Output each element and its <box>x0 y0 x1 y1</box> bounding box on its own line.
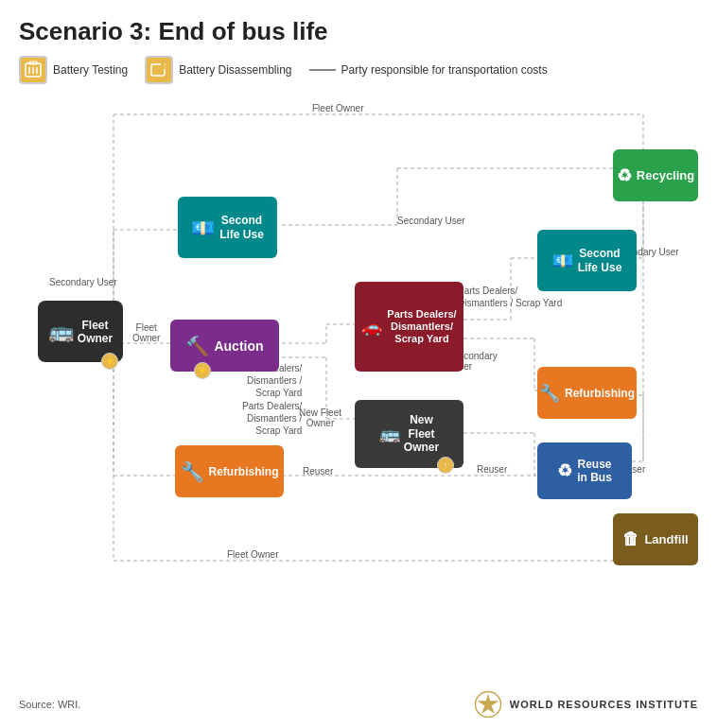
diagram: Fleet Owner Secondary User Secondary Use… <box>19 97 698 636</box>
node-second-life-left: 💶 Second Life Use <box>178 197 277 258</box>
node-parts-dealers-label: Parts Dealers/Dismantlers/Scrap Yard <box>387 308 456 346</box>
legend: Battery Testing ↑ Battery Disassembling … <box>19 56 698 84</box>
node-recycling-label: Recycling <box>637 168 694 182</box>
node-second-life-right: 💶 Second Life Use <box>537 230 637 291</box>
new-fleet-battery-badge: ↑ <box>437 457 454 474</box>
node-fleet-owner-label: Fleet Owner <box>78 319 113 345</box>
label-reuser-left: Reuser <box>303 466 333 477</box>
battery-test-badge: ⚡ <box>101 353 118 370</box>
node-new-fleet-owner-label: New Fleet Owner <box>404 413 439 454</box>
footer: Source: WRI. WORLD RESOURCES INSTITUTE <box>19 690 698 719</box>
label-reuser-middle: Reuser <box>477 464 507 475</box>
node-refurbishing-right-label: Refurbishing <box>565 387 635 400</box>
node-refurbishing-left-label: Refurbishing <box>209 465 279 478</box>
wri-logo: WORLD RESOURCES INSTITUTE <box>474 690 698 719</box>
label-new-fleet-owner: New FleetOwner <box>299 407 341 428</box>
label-fleet-owner-top: Fleet Owner <box>312 103 363 113</box>
label-fleet-owner-auction: FleetOwner <box>132 322 160 343</box>
node-reuse-in-bus: ♻ Reuse in Bus <box>537 442 632 499</box>
auction-battery-badge: ⚡ <box>194 362 211 379</box>
node-auction: 🔨 Auction ⚡ <box>170 320 279 372</box>
page: Scenario 3: End of bus life Battery Test… <box>0 0 717 728</box>
node-parts-dealers: 🚗 Parts Dealers/Dismantlers/Scrap Yard <box>355 282 463 372</box>
source-text: Source: WRI. <box>19 699 80 710</box>
node-reuse-in-bus-label: Reuse in Bus <box>577 458 612 485</box>
battery-testing-icon <box>19 56 47 84</box>
node-refurbishing-left: 🔧 Refurbishing <box>175 445 284 497</box>
label-secondary-user-left: Secondary User <box>49 277 117 287</box>
node-second-life-right-label: Second Life Use <box>578 247 622 274</box>
node-second-life-left-label: Second Life Use <box>219 214 264 241</box>
label-fleet-owner-bottom: Fleet Owner <box>227 549 278 560</box>
node-auction-label: Auction <box>214 338 263 354</box>
legend-dash-icon <box>309 69 336 71</box>
legend-transport: Party responsible for transportation cos… <box>309 63 548 77</box>
node-recycling: ♻ Recycling <box>613 149 698 201</box>
page-title: Scenario 3: End of bus life <box>19 17 698 46</box>
wri-emblem-icon <box>474 690 502 719</box>
label-parts-dealers-new-fleet: Parts Dealers/Dismantlers /Scrap Yard <box>242 400 302 437</box>
battery-disassembling-icon: ↑ <box>145 56 173 84</box>
label-secondary-user-top: Secondary User <box>397 216 465 226</box>
legend-battery-disassembling: ↑ Battery Disassembling <box>145 56 291 84</box>
legend-battery-testing: Battery Testing <box>19 56 128 84</box>
node-new-fleet-owner: 🚌 New Fleet Owner ↑ <box>355 400 463 468</box>
node-landfill: 🗑 Landfill <box>613 513 698 565</box>
node-refurbishing-right: 🔧 Refurbishing <box>537 367 637 419</box>
node-landfill-label: Landfill <box>644 532 688 546</box>
svg-text:↑: ↑ <box>163 61 166 70</box>
node-fleet-owner: 🚌 Fleet Owner ⚡ <box>38 301 123 362</box>
